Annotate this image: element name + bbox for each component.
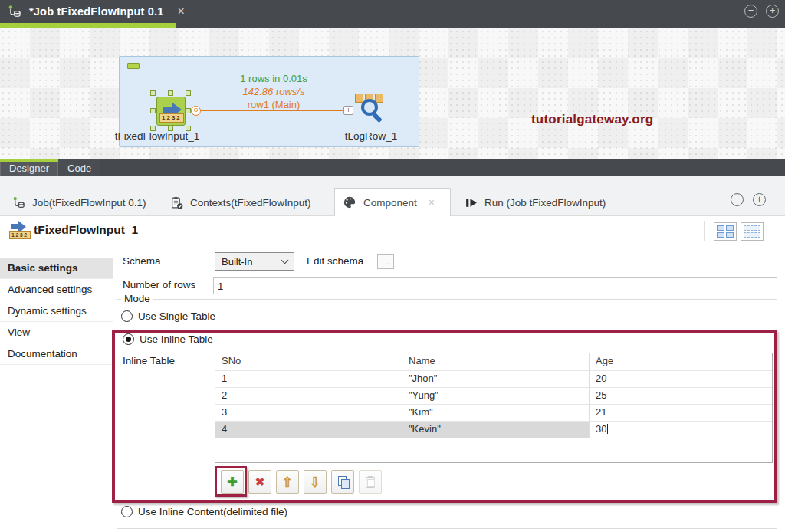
radio-icon[interactable] (121, 506, 133, 517)
watermark-text: tutorialgateway.org (531, 112, 653, 127)
run-icon (465, 196, 478, 209)
add-icon: ✚ (227, 475, 237, 489)
chevron-down-icon (281, 257, 289, 264)
contexts-icon (170, 196, 183, 209)
cell-sno[interactable]: 1 (215, 371, 402, 388)
tab-run[interactable]: Run (Job tFixedFlowInput) (457, 189, 613, 215)
arrow-down-icon: ⇩ (309, 475, 320, 489)
edit-schema-label: Edit schema (307, 255, 363, 267)
cell-name[interactable]: "Kim" (402, 405, 590, 422)
cell-age[interactable]: 20 (590, 371, 772, 388)
cell-sno[interactable]: 4 (215, 422, 402, 438)
digits-icon: 1232 (159, 113, 184, 123)
radio-selected-icon[interactable] (123, 333, 134, 345)
close-component-tab-icon[interactable]: × (429, 196, 435, 209)
design-canvas[interactable]: 1232 O I 1 rows in 0.01s 142.86 rows/s r… (0, 28, 785, 159)
cell-age[interactable]: 25 (590, 388, 772, 405)
table-row[interactable]: 1 "Jhon" 20 (215, 371, 772, 388)
text-caret (607, 424, 608, 434)
close-job-tab-icon[interactable]: × (178, 5, 185, 18)
table-header-row: SNo Name Age (215, 353, 772, 371)
job-tab[interactable]: *Job tFixedFlowInput 0.1 × (0, 0, 195, 23)
selection-handle[interactable] (186, 90, 191, 96)
cell-name[interactable]: "Kevin" (402, 422, 590, 438)
active-tab-underline (0, 23, 176, 28)
maximize-panel-icon[interactable]: + (766, 5, 779, 18)
table-row-selected[interactable]: 4 "Kevin" 30 (215, 422, 772, 438)
output-port-icon[interactable]: O (191, 106, 201, 116)
tab-contexts[interactable]: Contexts(tFixedFlowInput) (163, 189, 319, 215)
number-of-rows-input[interactable] (213, 277, 777, 294)
number-of-rows-label: Number of rows (123, 279, 195, 291)
table-row[interactable]: 3 "Kim" 21 (215, 405, 772, 422)
subjob-container[interactable]: 1232 O I 1 rows in 0.01s 142.86 rows/s r… (119, 56, 419, 147)
radio-icon[interactable] (121, 310, 133, 322)
tab-designer[interactable]: Designer (0, 159, 58, 176)
talend-studio-window: *Job tFixedFlowInput 0.1 × − + (0, 0, 785, 532)
view-switch-bar: Designer Code (0, 159, 785, 176)
title-bar: *Job tFixedFlowInput 0.1 × − + (0, 0, 785, 28)
component-header: 1232 tFixedFlowInput_1 (0, 216, 785, 245)
grid-view-icon[interactable] (714, 222, 737, 241)
inline-table[interactable]: SNo Name Age 1 "Jhon" 20 2 "Yung" 25 3 "… (215, 353, 773, 463)
delete-row-button[interactable]: ✖ (248, 470, 271, 494)
delete-icon: ✖ (255, 475, 265, 489)
sidebar-item-basic-settings[interactable]: Basic settings (0, 258, 113, 279)
edit-schema-button[interactable]: … (377, 254, 394, 269)
table-row[interactable]: 2 "Yung" 25 (215, 388, 772, 405)
table-view-icon[interactable] (741, 222, 764, 241)
schema-label: Schema (123, 255, 161, 267)
schema-select[interactable]: Built-In (215, 252, 294, 271)
radio-use-inline-content[interactable]: Use Inline Content(delimited file) (121, 506, 287, 517)
selection-handle[interactable] (150, 90, 156, 96)
maximize-panel-icon[interactable]: + (753, 193, 766, 206)
subjob-collapse-icon[interactable] (127, 63, 140, 69)
tab-code[interactable]: Code (58, 159, 100, 176)
column-header-age[interactable]: Age (590, 353, 772, 371)
flow-name-label: row1 (Main) (202, 98, 345, 111)
component-title: tFixedFlowInput_1 (34, 223, 138, 237)
cell-name[interactable]: "Jhon" (402, 371, 590, 388)
minimize-panel-icon[interactable]: − (731, 193, 744, 206)
add-row-button[interactable]: ✚ (221, 470, 244, 494)
move-up-button[interactable]: ⇧ (276, 470, 299, 494)
tab-job-label: Job(tFixedFlowInput 0.1) (32, 197, 146, 209)
sidebar-item-view[interactable]: View (0, 322, 113, 343)
arrow-up-icon: ⇧ (281, 475, 293, 489)
bottom-panel-tabs: Job(tFixedFlowInput 0.1) Contexts(tFixed… (0, 176, 785, 216)
node-tlogrow[interactable] (354, 94, 388, 126)
tab-component[interactable]: Component × (334, 188, 451, 216)
radio-use-single-table-label: Use Single Table (138, 310, 215, 322)
tfixedflowinput-icon: 1232 (156, 97, 186, 126)
cell-sno[interactable]: 3 (215, 405, 402, 422)
cell-age-editing[interactable]: 30 (590, 422, 772, 438)
tab-run-label: Run (Job tFixedFlowInput) (484, 197, 606, 209)
radio-use-single-table[interactable]: Use Single Table (121, 310, 215, 322)
target-node-label: tLogRow_1 (324, 130, 419, 142)
tab-contexts-label: Contexts(tFixedFlowInput) (190, 197, 311, 209)
sidebar-item-dynamic-settings[interactable]: Dynamic settings (0, 300, 113, 322)
cell-sno[interactable]: 2 (215, 388, 402, 405)
column-header-name[interactable]: Name (402, 353, 590, 371)
move-down-button[interactable]: ⇩ (304, 470, 327, 494)
sidebar-item-advanced-settings[interactable]: Advanced settings (0, 279, 113, 300)
selection-handle[interactable] (168, 90, 173, 96)
mode-group-label: Mode (121, 293, 153, 304)
selection-handle[interactable] (186, 108, 191, 113)
radio-use-inline-table[interactable]: Use Inline Table (123, 333, 213, 345)
tlogrow-icon (375, 94, 383, 103)
column-header-sno[interactable]: SNo (215, 353, 402, 371)
sidebar-item-documentation[interactable]: Documentation (0, 343, 113, 365)
copy-button[interactable] (331, 470, 354, 494)
minimize-panel-icon[interactable]: − (744, 5, 757, 18)
selection-handle[interactable] (150, 108, 156, 113)
tab-job[interactable]: Job(tFixedFlowInput 0.1) (5, 189, 154, 215)
cell-age[interactable]: 21 (590, 405, 772, 422)
paste-button[interactable] (359, 470, 382, 494)
arrow-icon (163, 107, 172, 113)
settings-sidebar: Basic settings Advanced settings Dynamic… (0, 245, 113, 532)
copy-icon (338, 476, 348, 488)
cell-name[interactable]: "Yung" (402, 388, 590, 405)
digits-icon: 1232 (9, 231, 31, 239)
node-tfixedflowinput[interactable]: 1232 (156, 97, 186, 126)
